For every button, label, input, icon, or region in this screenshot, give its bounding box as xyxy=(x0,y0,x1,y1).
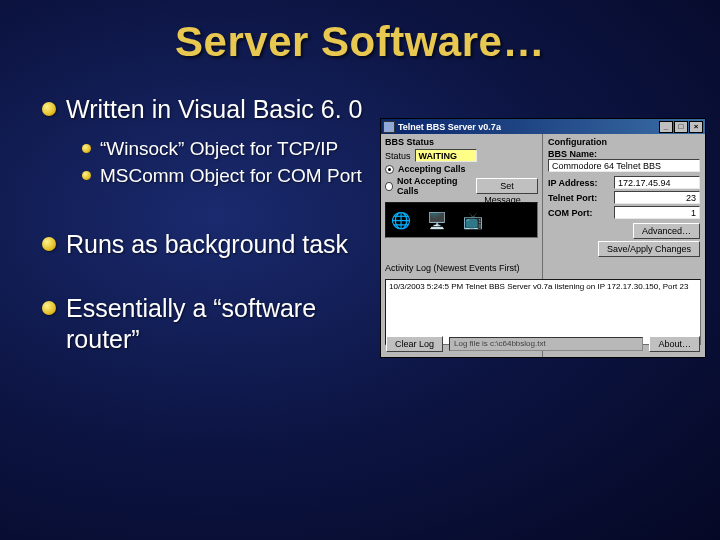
computer-icon: 🖥️ xyxy=(424,207,450,233)
bullet-dot-icon xyxy=(42,102,56,116)
bullet-item-3: Essentially a “software router” xyxy=(42,293,382,354)
radio-accepting[interactable]: Accepting Calls xyxy=(385,164,538,174)
telnet-port-label: Telnet Port: xyxy=(548,193,610,203)
radio-label: Not Accepting Calls xyxy=(397,176,468,196)
clear-log-button[interactable]: Clear Log xyxy=(386,336,443,352)
com-port-field[interactable]: 1 xyxy=(614,206,700,219)
log-label: Activity Log (Newest Events First) xyxy=(385,263,701,273)
advanced-button[interactable]: Advanced… xyxy=(633,223,700,239)
globe-icon: 🌐 xyxy=(388,207,414,233)
bullet-text: Runs as background task xyxy=(66,229,348,260)
bullet-dot-icon xyxy=(42,237,56,251)
bullet-text: Essentially a “software router” xyxy=(66,293,382,354)
bullet-item-1: Written in Visual Basic 6. 0 xyxy=(42,94,382,125)
maximize-button[interactable]: □ xyxy=(674,121,688,133)
sub-bullet-text: “Winsock” Object for TCP/IP xyxy=(100,137,338,160)
bullet-dot-icon xyxy=(82,171,91,180)
radio-icon xyxy=(385,182,393,191)
sub-bullet-list: “Winsock” Object for TCP/IP MSComm Objec… xyxy=(82,137,382,187)
group-title: BBS Status xyxy=(385,137,538,147)
ip-field[interactable]: 172.17.45.94 xyxy=(614,176,700,189)
sub-bullet-text: MSComm Object for COM Port xyxy=(100,164,362,187)
close-button[interactable]: × xyxy=(689,121,703,133)
bbs-name-field[interactable]: Commodore 64 Telnet BBS xyxy=(548,159,700,172)
app-screenshot: Telnet BBS Server v0.7a _ □ × BBS Status… xyxy=(380,118,706,358)
set-message-button[interactable]: Set Message… xyxy=(476,178,538,194)
save-apply-button[interactable]: Save/Apply Changes xyxy=(598,241,700,257)
minimize-button[interactable]: _ xyxy=(659,121,673,133)
bullet-column: Written in Visual Basic 6. 0 “Winsock” O… xyxy=(42,94,382,366)
status-file-label: Log file is c:\c64bbslog.txt xyxy=(449,337,643,351)
status-value: WAITING xyxy=(415,149,477,162)
status-label: Status xyxy=(385,151,411,161)
sub-bullet-item: MSComm Object for COM Port xyxy=(82,164,382,187)
telnet-port-field[interactable]: 23 xyxy=(614,191,700,204)
slide-title: Server Software… xyxy=(0,0,720,66)
bullet-item-2: Runs as background task xyxy=(42,229,382,260)
window-titlebar: Telnet BBS Server v0.7a _ □ × xyxy=(381,119,705,134)
bullet-text: Written in Visual Basic 6. 0 xyxy=(66,94,362,125)
monitor-icon: 📺 xyxy=(460,207,486,233)
radio-icon xyxy=(385,165,394,174)
app-icon xyxy=(383,121,395,133)
window-title: Telnet BBS Server v0.7a xyxy=(398,122,501,132)
com-port-label: COM Port: xyxy=(548,208,610,218)
device-icon-row: 🌐 🖥️ 📺 xyxy=(385,202,538,238)
radio-not-accepting[interactable]: Not Accepting Calls Set Message… xyxy=(385,176,538,196)
bullet-dot-icon xyxy=(42,301,56,315)
ip-label: IP Address: xyxy=(548,178,610,188)
sub-bullet-item: “Winsock” Object for TCP/IP xyxy=(82,137,382,160)
group-title: Configuration xyxy=(548,137,700,147)
bullet-dot-icon xyxy=(82,144,91,153)
bbs-name-label: BBS Name: xyxy=(548,149,696,159)
about-button[interactable]: About… xyxy=(649,336,700,352)
radio-label: Accepting Calls xyxy=(398,164,466,174)
